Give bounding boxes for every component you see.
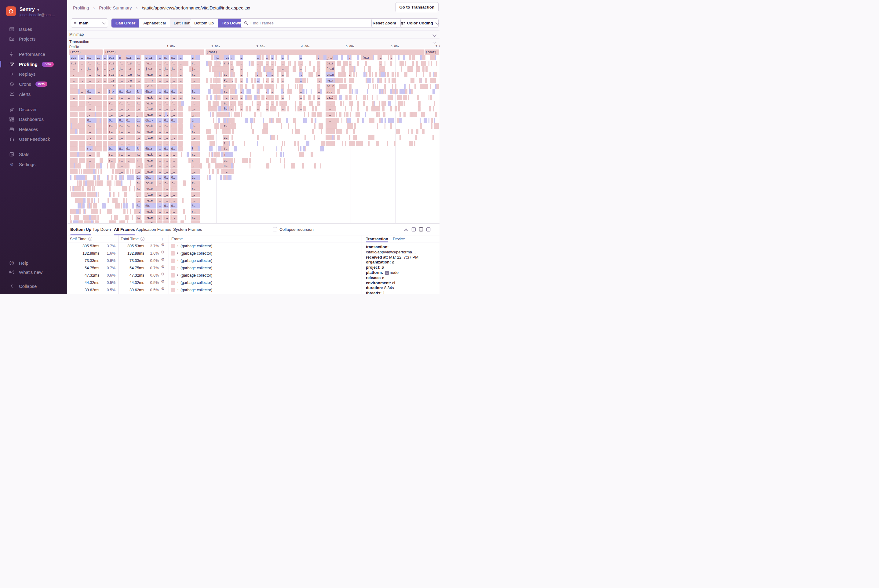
flame-frame-r…[interactable]: r… bbox=[164, 152, 169, 157]
flame-frame[interactable] bbox=[313, 95, 315, 100]
flame-frame[interactable] bbox=[217, 112, 222, 117]
flame-frame[interactable] bbox=[79, 95, 85, 100]
flame-frame[interactable] bbox=[303, 95, 305, 100]
flame-frame-…[interactable]: … bbox=[157, 158, 162, 163]
flame-frame[interactable] bbox=[165, 112, 167, 117]
flame-frame[interactable] bbox=[368, 78, 371, 83]
flame-frame[interactable] bbox=[385, 123, 385, 129]
flame-frame[interactable] bbox=[112, 169, 114, 174]
flame-frame[interactable] bbox=[266, 164, 269, 168]
flame-frame[interactable] bbox=[276, 118, 281, 123]
flame-frame[interactable] bbox=[351, 106, 352, 111]
flame-frame[interactable] bbox=[95, 112, 96, 117]
flame-frame[interactable] bbox=[392, 55, 392, 60]
flame-frame[interactable] bbox=[153, 135, 154, 140]
flame-frame[interactable] bbox=[247, 72, 248, 77]
flame-frame[interactable] bbox=[83, 72, 85, 77]
flame-frame[interactable] bbox=[424, 61, 425, 66]
sidebar-item-help[interactable]: ?Help bbox=[0, 259, 67, 267]
flame-frame[interactable] bbox=[428, 61, 430, 66]
flame-frame-r…s[interactable]: r…s bbox=[70, 61, 78, 66]
flame-frame[interactable] bbox=[99, 164, 100, 168]
flame-frame[interactable] bbox=[93, 146, 95, 152]
flame-frame[interactable] bbox=[339, 84, 340, 89]
flame-frame[interactable] bbox=[245, 95, 247, 100]
flame-frame[interactable] bbox=[216, 84, 218, 89]
flame-frame[interactable] bbox=[246, 78, 248, 83]
flamegraph-canvas[interactable]: (root)(root)(root)(root)p…sr…s…………………………… bbox=[68, 49, 440, 223]
flame-frame-0b…>[interactable]: 0b…> bbox=[144, 89, 156, 94]
flame-frame-…[interactable]: … bbox=[240, 84, 243, 89]
flame-frame-j…r[interactable]: j…r bbox=[108, 66, 116, 72]
flame-frame-…[interactable]: … bbox=[157, 61, 162, 66]
flame-frame[interactable] bbox=[99, 158, 101, 163]
flame-frame-r…[interactable]: r… bbox=[170, 215, 178, 220]
flame-frame[interactable] bbox=[272, 106, 276, 111]
flame-frame[interactable] bbox=[350, 55, 351, 60]
flame-frame[interactable] bbox=[320, 66, 320, 72]
flame-frame[interactable] bbox=[138, 192, 140, 197]
flame-frame-re…e[interactable]: re…e bbox=[144, 129, 156, 134]
flame-frame[interactable] bbox=[400, 112, 401, 117]
flame-frame[interactable] bbox=[85, 175, 87, 180]
expand-chevron-icon[interactable]: › bbox=[177, 258, 178, 262]
flame-frame[interactable] bbox=[129, 186, 131, 191]
flame-frame-…[interactable]: … bbox=[157, 152, 162, 157]
flame-frame-0…[interactable]: 0… bbox=[108, 146, 116, 152]
flame-frame[interactable] bbox=[91, 209, 94, 214]
flame-frame[interactable] bbox=[346, 118, 347, 123]
flame-frame[interactable] bbox=[434, 123, 439, 129]
flame-frame[interactable] bbox=[264, 66, 265, 72]
tab-system-frames[interactable]: System Frames bbox=[173, 224, 202, 235]
gear-icon[interactable]: ⚙ bbox=[161, 272, 165, 276]
flame-frame-p…[interactable]: p… bbox=[170, 55, 178, 60]
flame-frame[interactable] bbox=[212, 112, 214, 117]
flame-frame-0…[interactable]: 0… bbox=[170, 203, 178, 208]
flame-frame[interactable] bbox=[107, 84, 110, 89]
flame-frame[interactable] bbox=[350, 78, 354, 83]
flame-frame[interactable] bbox=[132, 215, 133, 220]
flame-frame[interactable] bbox=[380, 66, 383, 72]
flame-frame[interactable] bbox=[257, 89, 259, 94]
flame-frame[interactable] bbox=[312, 72, 313, 77]
flame-frame-…[interactable]: … bbox=[157, 164, 162, 168]
flame-frame[interactable] bbox=[356, 89, 358, 94]
flame-frame[interactable] bbox=[409, 84, 410, 89]
flame-frame-…[interactable]: … bbox=[157, 209, 162, 214]
flame-frame[interactable] bbox=[366, 72, 367, 77]
flame-frame[interactable] bbox=[86, 101, 88, 106]
flame-frame[interactable] bbox=[132, 169, 134, 174]
flame-frame-…[interactable]: … bbox=[299, 106, 302, 111]
flame-frame[interactable] bbox=[263, 66, 264, 72]
flame-frame[interactable] bbox=[80, 186, 81, 191]
flame-frame[interactable] bbox=[195, 192, 197, 197]
flame-frame[interactable] bbox=[276, 84, 277, 89]
flame-frame-_…[interactable]: _… bbox=[170, 112, 178, 117]
breadcrumb-profiling[interactable]: Profiling bbox=[73, 6, 89, 10]
flame-frame[interactable] bbox=[318, 101, 319, 106]
flame-frame[interactable] bbox=[71, 192, 72, 197]
flame-frame[interactable] bbox=[194, 55, 195, 60]
flame-frame[interactable] bbox=[279, 101, 281, 106]
flame-frame-_…[interactable]: _… bbox=[108, 106, 116, 111]
flame-frame-0…[interactable]: 0… bbox=[164, 175, 169, 180]
flame-frame[interactable] bbox=[215, 152, 220, 157]
sidebar-item-settings[interactable]: ⚙Settings bbox=[0, 160, 67, 169]
flame-frame[interactable] bbox=[295, 101, 296, 106]
sidebar-item-performance[interactable]: Performance bbox=[0, 50, 67, 58]
flame-frame[interactable] bbox=[149, 78, 150, 83]
flame-frame[interactable] bbox=[409, 55, 411, 60]
flame-frame[interactable] bbox=[233, 55, 234, 60]
tab-bottom-up[interactable]: Bottom Up bbox=[70, 224, 91, 235]
flame-frame[interactable] bbox=[434, 101, 435, 106]
flame-frame[interactable] bbox=[78, 203, 79, 208]
flame-frame[interactable] bbox=[424, 118, 427, 123]
flame-frame[interactable] bbox=[354, 129, 355, 134]
flame-frame-r…[interactable]: r… bbox=[108, 123, 116, 129]
flame-frame[interactable] bbox=[340, 101, 342, 106]
flame-frame-r…[interactable]: r… bbox=[170, 152, 178, 157]
flame-frame[interactable] bbox=[219, 55, 224, 60]
flame-frame[interactable] bbox=[321, 129, 322, 134]
flame-frame[interactable] bbox=[379, 106, 380, 111]
flame-frame[interactable] bbox=[122, 175, 124, 180]
